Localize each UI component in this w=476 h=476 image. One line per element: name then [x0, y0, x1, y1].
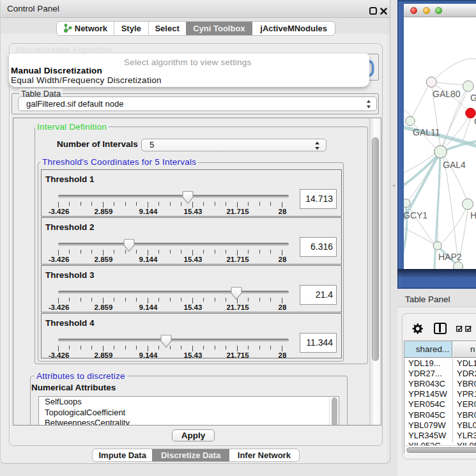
svg-text:HA: HA [470, 210, 476, 220]
svg-text:GAL80: GAL80 [433, 89, 461, 99]
svg-text:GCY1: GCY1 [404, 210, 427, 220]
svg-text:GAL4: GAL4 [443, 160, 466, 170]
svg-text:GAL11: GAL11 [413, 127, 440, 137]
svg-text:GA: GA [470, 93, 476, 103]
svg-text:HAP2: HAP2 [438, 252, 462, 262]
